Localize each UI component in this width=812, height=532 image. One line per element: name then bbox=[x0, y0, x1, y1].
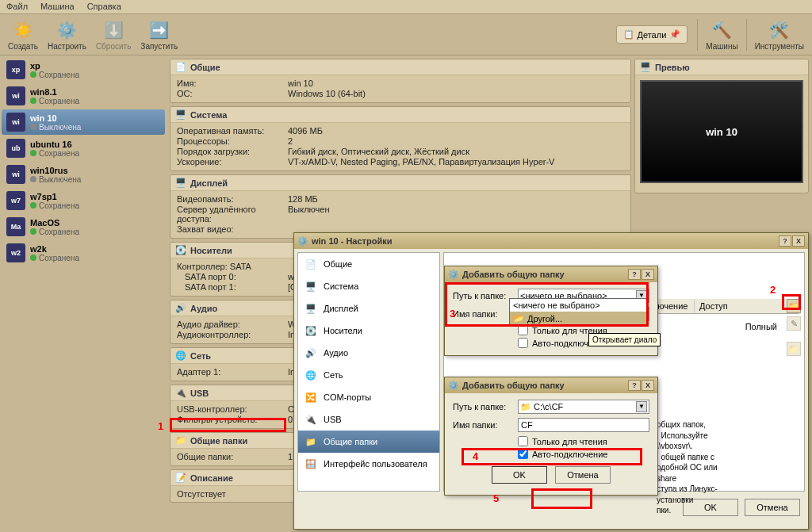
configure-button[interactable]: ⚙️ Настроить bbox=[43, 17, 91, 52]
nav-icon: 🔌 bbox=[304, 413, 317, 426]
os-icon: wi bbox=[6, 86, 25, 105]
dropdown-item-other[interactable]: 📂Другой... bbox=[510, 312, 647, 325]
help-button[interactable]: ? bbox=[628, 380, 641, 391]
vm-name: win 10 bbox=[30, 113, 81, 123]
vm-name: MacOS bbox=[30, 218, 79, 228]
gear-icon: ⚙️ bbox=[297, 236, 308, 247]
add-cancel-button[interactable]: Отмена bbox=[555, 466, 611, 484]
nav-label: Интерфейс пользователя bbox=[324, 459, 427, 469]
add-share-dialog-2: ⚙️ Добавить общую папку ?X Путь к папке:… bbox=[444, 377, 658, 496]
readonly-checkbox[interactable] bbox=[518, 436, 528, 446]
vm-state: Выключена bbox=[30, 175, 81, 184]
help-button[interactable]: ? bbox=[779, 235, 791, 247]
os-icon: wi bbox=[6, 113, 25, 132]
nav-label: Носители bbox=[324, 326, 362, 335]
panel-display[interactable]: 🖥️Дисплей bbox=[170, 175, 630, 191]
vm-list-item[interactable]: ub ubuntu 16 Сохранена bbox=[2, 136, 165, 161]
add-ok-button[interactable]: OK bbox=[492, 466, 547, 484]
nav-label: Дисплей bbox=[324, 304, 358, 313]
vm-state: Сохранена bbox=[30, 149, 79, 158]
vm-state: Сохранена bbox=[30, 201, 79, 210]
vm-list: xp xp Сохранена wi win8.1 Сохранена wi w… bbox=[0, 55, 167, 532]
menu-file[interactable]: Файл bbox=[3, 2, 31, 12]
os-icon: wi bbox=[6, 165, 25, 184]
tools-icon: 🛠️ bbox=[768, 19, 791, 41]
panel-system[interactable]: 🖥️Система bbox=[170, 107, 630, 123]
settings-title: win 10 - Настройки bbox=[312, 236, 392, 246]
nav-icon: 🔊 bbox=[304, 346, 317, 359]
settings-nav-item[interactable]: 🖥️Дисплей bbox=[298, 297, 439, 320]
nav-icon: 🌐 bbox=[304, 369, 317, 381]
sun-new-icon: ☀️ bbox=[12, 19, 34, 41]
nav-icon: 💽 bbox=[304, 324, 317, 337]
panel-general[interactable]: 📄Общие bbox=[170, 59, 630, 75]
pin-icon: 📌 bbox=[669, 29, 680, 40]
start-arrow-icon: ➡️ bbox=[148, 19, 170, 41]
settings-nav-item[interactable]: 📄Общие bbox=[298, 253, 439, 275]
vm-name: w7sp1 bbox=[30, 192, 79, 201]
hammer-icon: 🔨 bbox=[710, 19, 733, 41]
settings-nav-item[interactable]: 🔊Аудио bbox=[298, 342, 439, 364]
remove-share-button[interactable]: 📁 bbox=[787, 342, 801, 356]
vm-list-item[interactable]: wi win10rus Выключена bbox=[2, 162, 165, 187]
menu-machine[interactable]: Машина bbox=[37, 2, 78, 12]
vm-list-item[interactable]: wi win 10 Выключена bbox=[2, 109, 165, 135]
chevron-down-icon: ▼ bbox=[636, 401, 647, 412]
machines-button[interactable]: 🔨 Машины bbox=[701, 17, 742, 52]
settings-nav-item[interactable]: 📁Общие папки bbox=[298, 431, 439, 453]
settings-nav-item[interactable]: 🌐Сеть bbox=[298, 364, 439, 386]
close-button[interactable]: X bbox=[642, 269, 654, 280]
nav-icon: 🖥️ bbox=[304, 280, 317, 293]
settings-nav-item[interactable]: 🔀COM-порты bbox=[298, 386, 439, 408]
nav-icon: 🖥️ bbox=[304, 302, 317, 315]
close-button[interactable]: X bbox=[642, 380, 654, 391]
settings-nav-item[interactable]: 💽Носители bbox=[298, 320, 439, 342]
settings-nav-item[interactable]: 🖥️Система bbox=[298, 275, 439, 297]
readonly-checkbox[interactable] bbox=[518, 325, 528, 335]
edit-share-button[interactable]: ✎ bbox=[787, 316, 801, 331]
folder-name-input[interactable] bbox=[518, 418, 649, 432]
close-button[interactable]: X bbox=[792, 235, 805, 247]
settings-nav-item[interactable]: 🪟Интерфейс пользователя bbox=[298, 453, 439, 475]
vm-list-item[interactable]: w2 w2k Сохранена bbox=[2, 240, 165, 266]
vm-name: win8.1 bbox=[30, 87, 79, 97]
folder-path-dropdown-popup: <ничего не выбрано> 📂Другой... bbox=[509, 298, 648, 326]
panel-preview: 🖥️Превью bbox=[635, 59, 808, 75]
os-icon: Ma bbox=[6, 217, 25, 236]
tools-button[interactable]: 🛠️ Инструменты bbox=[750, 17, 809, 52]
add-share-button[interactable]: 📁 bbox=[787, 299, 801, 313]
folder-path-dropdown[interactable]: 📁 C:\c\CF▼ bbox=[518, 400, 649, 414]
nav-label: USB bbox=[324, 415, 342, 424]
start-button[interactable]: ➡️ Запустить bbox=[136, 17, 182, 52]
vm-list-item[interactable]: wi win8.1 Сохранена bbox=[2, 83, 165, 109]
automount-checkbox[interactable] bbox=[518, 338, 528, 348]
folder-icon: 📂 bbox=[513, 313, 524, 323]
vm-list-item[interactable]: w7 w7sp1 Сохранена bbox=[2, 188, 165, 213]
help-button[interactable]: ? bbox=[628, 269, 641, 280]
automount-checkbox[interactable] bbox=[518, 449, 528, 459]
gear-icon: ⚙️ bbox=[56, 19, 78, 41]
create-button[interactable]: ☀️ Создать bbox=[3, 17, 43, 52]
vm-state: Сохранена bbox=[30, 254, 79, 262]
nav-icon: 📄 bbox=[304, 258, 317, 270]
nav-label: Сеть bbox=[324, 370, 343, 380]
vm-list-item[interactable]: Ma MacOS Сохранена bbox=[2, 214, 165, 239]
list-icon: 📋 bbox=[623, 29, 634, 40]
preview-thumbnail[interactable]: win 10 bbox=[640, 80, 803, 183]
reset-button[interactable]: ⬇️ Сбросить bbox=[91, 17, 136, 52]
vm-list-item[interactable]: xp xp Сохранена bbox=[2, 57, 165, 82]
menu-help[interactable]: Справка bbox=[84, 2, 124, 12]
settings-nav-item[interactable]: 🔌USB bbox=[298, 408, 439, 431]
details-button[interactable]: 📋 Детали 📌 bbox=[616, 25, 688, 44]
nav-icon: 📁 bbox=[304, 435, 317, 448]
nav-label: COM-порты bbox=[324, 392, 371, 402]
settings-nav: 📄Общие🖥️Система🖥️Дисплей💽Носители🔊Аудио🌐… bbox=[297, 252, 440, 492]
os-icon: w2 bbox=[6, 243, 25, 262]
gear-icon: ⚙️ bbox=[448, 270, 459, 280]
reset-icon: ⬇️ bbox=[102, 19, 124, 41]
vm-name: win10rus bbox=[30, 166, 81, 175]
os-icon: ub bbox=[6, 139, 25, 158]
dropdown-item-none[interactable]: <ничего не выбрано> bbox=[510, 299, 647, 312]
nav-label: Общие папки bbox=[324, 437, 377, 446]
vm-state: Сохранена bbox=[30, 97, 79, 105]
